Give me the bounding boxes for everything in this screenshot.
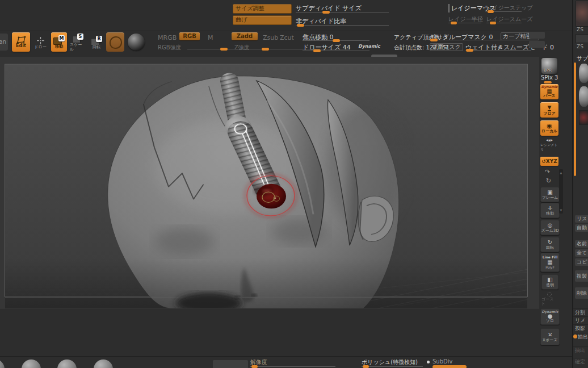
solo-icon: ● [548,313,553,319]
focal-shift-slider-handle[interactable] [333,39,340,42]
zadd-button[interactable]: Zadd [232,32,258,40]
subtool-all-button[interactable]: 全て [575,249,588,257]
zoom-3d-button[interactable]: ◎ ズーム3D [540,220,560,235]
resolution-slider[interactable] [250,366,335,367]
weighted-smooth-slider[interactable] [465,50,531,51]
m-button[interactable]: M [208,34,213,41]
perspective-button[interactable]: Dynamic ▦ パース [540,84,558,99]
subtool-thumbnail-2[interactable] [579,86,588,107]
subtool-remesh-item[interactable]: リメ [573,316,588,324]
z-intensity-slider-handle[interactable] [262,48,269,51]
local-symmetry-icon: ◂▴▸ [546,137,553,143]
draw-size-slider-handle[interactable] [313,49,321,52]
lazy-radius-slider-handle[interactable] [451,22,457,24]
resolution-slider-handle[interactable] [251,365,258,368]
current-brush-preview[interactable] [106,32,124,52]
subtool-thumbnail-3[interactable] [579,110,588,125]
bottom-clipped-button[interactable] [213,360,248,368]
zsub-button[interactable]: Zsub [263,34,278,41]
polish-slider-handle[interactable] [363,365,369,368]
subdiv-radio-dot[interactable] [427,361,430,363]
curve-size-button[interactable]: サイズ調整 [233,4,292,14]
rotate-ccw-icon: ↺ [541,158,546,164]
subtool-split-item[interactable]: 分割 [573,308,588,316]
solo-button[interactable]: Dynamic ● ソロ [540,308,560,325]
zs-thumbnail-1[interactable] [576,1,588,27]
polygroup-mask-slider-handle[interactable] [430,39,438,41]
draw-button[interactable]: ドロー [33,34,48,51]
subdiv-slider-fill[interactable] [432,365,467,368]
zoom-3d-icon: ◎ [548,223,553,228]
lazy-step-slider-handle[interactable] [488,10,494,13]
zcut-button[interactable]: Zcut [280,34,294,41]
backface-mask-button[interactable]: 背面マスク [430,43,463,51]
move-3d-button[interactable]: ✛ 移動 [540,203,560,218]
local-button[interactable]: ◉ ローカル [540,120,558,136]
brush-thumbnail-1[interactable] [0,359,5,368]
edit-button-label: Edit [16,44,26,48]
ghost-button[interactable]: ◌ ゴースト [541,291,557,306]
local-symmetry-button[interactable]: ◂▴▸ レシンメトリ [540,139,558,150]
bottom-bar: 解像度 ポリッシュ(特徴検知) SubDiv [0,356,572,368]
move-3d-button-label: 移動 [546,211,554,216]
bpr-button[interactable]: BPR [541,58,557,74]
rotate-button[interactable]: R 回転 [89,34,104,52]
polygroup-mask-slider[interactable] [430,40,513,40]
rgb-intensity-slider-handle[interactable] [220,48,228,51]
xpose-button[interactable]: ✛ Xポーズ [540,328,560,345]
bottom-shading [5,257,527,308]
lazy-smooth-slider-handle[interactable] [490,22,496,24]
undivide-ratio-slider[interactable] [296,25,389,26]
xyz-constraint-button[interactable]: ↺XYZ [540,157,558,166]
subdivide-size-slider[interactable] [296,12,389,12]
frame-button[interactable]: ▣ フレーム [540,187,560,202]
shelf-mini-box-2 [529,41,545,48]
mrgb-button[interactable]: MRGB [158,34,177,41]
subtool-duplicate-button[interactable]: 複製 [575,270,588,282]
rotate-3d-button-label: 回転 [546,245,554,250]
pan-button-partial[interactable]: an [0,34,8,51]
rotate-3d-button[interactable]: ↻ 回転 [540,237,560,252]
spin-y-icon[interactable]: ↷ [545,168,550,175]
subtool-thumbnail-1[interactable] [579,64,588,83]
dynamic-draw-size-toggle[interactable]: Dynamic [358,44,380,49]
current-material-sphere[interactable] [128,34,145,51]
subtool-accept-item-disabled[interactable]: 確定 [573,358,588,366]
subtool-list-button[interactable]: リス [575,215,588,223]
subtool-project-item[interactable]: 投影 [573,324,588,332]
shelf-panel-divider[interactable]: ▲ ▼ [559,169,563,214]
divider-arrow-down-icon: ▼ [560,208,562,212]
local-button-label: ローカル [541,129,558,133]
subdivide-size-slider-handle[interactable] [322,11,330,14]
spin-z-icon[interactable]: ↻ [546,177,551,185]
scale-button[interactable]: S スケール [70,34,86,52]
edit-button[interactable]: Edit [12,32,30,52]
brush-thumbnail-3[interactable] [57,359,77,368]
move-3d-icon: ✛ [548,206,552,211]
transparent-button[interactable]: ◧ 透明 [541,274,558,290]
viewport-canvas[interactable] [0,57,539,357]
weighted-smooth-slider-handle[interactable] [466,49,473,52]
brush-thumbnail-4[interactable] [94,359,113,368]
polish-slider[interactable] [362,366,423,367]
floor-button[interactable]: ▼ フロア [540,102,558,118]
brush-thumbnail-2[interactable] [22,359,41,368]
subtool-rename-button[interactable]: 名前 [575,240,588,248]
draw-size-slider[interactable] [303,51,369,51]
subtool-extract-item-disabled[interactable]: 抽出 [573,346,588,354]
ghost-button-label: ゴースト [541,297,557,306]
move-button[interactable]: M 移動 [51,32,67,52]
curve-bend-button[interactable]: 曲げ [233,15,292,25]
subtool-scrollbar[interactable] [574,62,576,176]
frame-icon: ▣ [547,190,552,195]
rgb-button[interactable]: RGB [179,32,200,40]
undivide-ratio-slider-handle[interactable] [297,24,304,27]
rgb-intensity-label: RGB強度 [158,44,182,52]
spix-slider-handle[interactable] [544,81,552,83]
zs-thumbnail-2[interactable] [576,34,588,43]
line-fill-button[interactable]: Line Fill ▦ PolyF [540,253,560,272]
frame-button-label: フレーム [542,195,558,200]
subtool-copy-button[interactable]: コピ [575,258,588,266]
subtool-auto-button[interactable]: 自動 [575,224,588,232]
subtool-delete-button[interactable]: 削除 [575,287,588,299]
